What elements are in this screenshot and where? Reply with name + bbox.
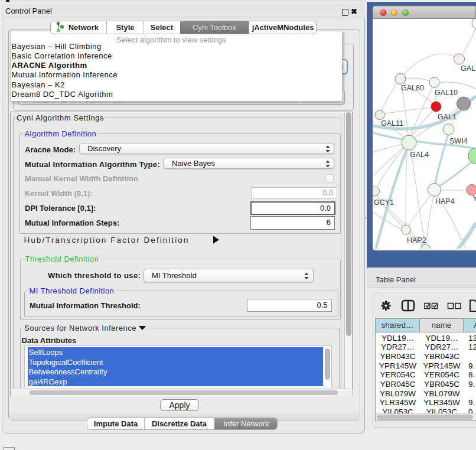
svg-text:GAL7: GAL7 (461, 64, 476, 73)
svg-text:GAL11: GAL11 (381, 119, 403, 128)
svg-text:GCY1: GCY1 (374, 198, 394, 207)
svg-text:GAL10: GAL10 (435, 89, 458, 97)
svg-text:GAL80: GAL80 (401, 84, 424, 92)
svg-text:GAL4: GAL4 (410, 151, 429, 159)
svg-text:Y: Y (472, 194, 476, 203)
svg-text:HAP4: HAP4 (435, 197, 455, 206)
svg-text:HAP2: HAP2 (407, 236, 426, 244)
svg-text:SWI4: SWI4 (449, 137, 468, 145)
svg-text:GAL1: GAL1 (438, 113, 457, 121)
